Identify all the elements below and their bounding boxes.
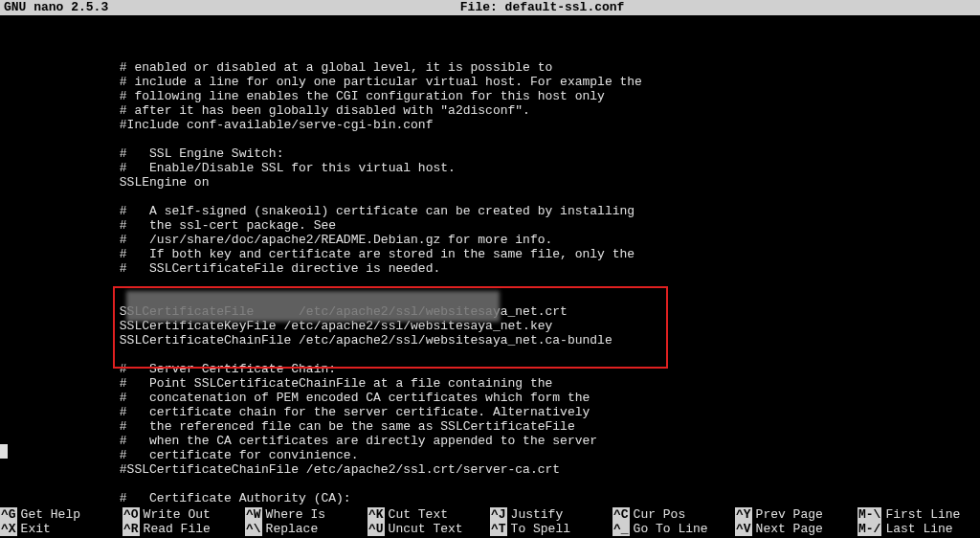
code-line[interactable] (0, 132, 980, 146)
code-line[interactable]: # certificate chain for the server certi… (0, 405, 980, 419)
shortcut-item[interactable]: ^XExit (0, 522, 122, 536)
shortcut-label: Read File (144, 522, 211, 536)
code-line[interactable]: # /usr/share/doc/apache2/README.Debian.g… (0, 233, 980, 247)
shortcut-key: ^R (122, 522, 140, 536)
code-line[interactable]: # after it has been globally disabled wi… (0, 103, 980, 118)
shortcut-item[interactable]: ^CCur Pos (612, 507, 735, 522)
shortcut-key: ^W (245, 507, 262, 522)
shortcut-item[interactable]: ^RRead File (122, 522, 245, 536)
code-line[interactable]: SSLCertificateChainFile /etc/apache2/ssl… (0, 333, 980, 347)
code-line[interactable]: # concatenation of PEM encoded CA certif… (0, 391, 980, 405)
shortcut-item[interactable]: M-/Last Line (858, 522, 980, 536)
shortcut-label: To Spell (511, 522, 570, 536)
code-line[interactable]: #Include conf-available/serve-cgi-bin.co… (0, 118, 980, 132)
shortcut-item[interactable]: ^VNext Page (735, 522, 858, 536)
shortcut-key: ^K (368, 507, 385, 522)
shortcut-label: Replace (266, 522, 319, 536)
shortcut-item[interactable]: ^\Replace (245, 522, 368, 536)
shortcut-key: ^_ (612, 522, 630, 536)
shortcut-label: Cut Text (389, 507, 448, 522)
shortcut-label: Justify (511, 507, 564, 522)
shortcut-item[interactable]: ^UUncut Text (368, 522, 490, 536)
code-line[interactable]: # the ssl-cert package. See (0, 218, 980, 233)
shortcut-label: Cur Pos (634, 507, 686, 522)
code-line[interactable]: # SSLCertificateFile directive is needed… (0, 261, 980, 276)
shortcut-item[interactable]: ^_Go To Line (612, 522, 735, 536)
editor-content[interactable]: # enabled or disabled at a global level,… (0, 15, 980, 538)
code-line[interactable] (0, 276, 980, 290)
code-line[interactable]: # A self-signed (snakeoil) certificate c… (0, 204, 980, 218)
shortcut-key: ^V (735, 522, 752, 536)
shortcut-label: Where Is (266, 507, 325, 522)
shortcut-label: Uncut Text (389, 522, 463, 536)
shortcut-key: M-/ (858, 522, 881, 536)
shortcut-label: Get Help (21, 507, 80, 522)
shortcut-label: Prev Page (756, 507, 823, 522)
shortcut-item[interactable]: ^KCut Text (368, 507, 490, 522)
code-line[interactable]: #SSLCertificateChainFile /etc/apache2/ss… (0, 462, 980, 477)
shortcut-item[interactable]: ^YPrev Page (735, 507, 858, 522)
code-line[interactable]: # following line enables the CGI configu… (0, 89, 980, 103)
shortcut-item[interactable]: ^TTo Spell (490, 522, 612, 536)
shortcut-label: Exit (21, 522, 51, 536)
shortcut-key: ^O (122, 507, 140, 522)
editor-header: GNU nano 2.5.3 File: default-ssl.conf (0, 0, 980, 15)
shortcut-item[interactable]: ^GGet Help (0, 507, 122, 522)
shortcut-label: First Line (885, 507, 960, 522)
file-name: File: default-ssl.conf (108, 0, 976, 15)
code-line[interactable]: # Enable/Disable SSL for this virtual ho… (0, 161, 980, 175)
redacted-region (126, 291, 500, 322)
shortcut-label: Go To Line (634, 522, 708, 536)
shortcut-key: ^J (490, 507, 507, 522)
code-line[interactable]: # Certificate Authority (CA): (0, 491, 980, 505)
shortcut-bar: ^GGet Help^OWrite Out^WWhere Is^KCut Tex… (0, 507, 980, 538)
code-line[interactable] (0, 347, 980, 362)
cursor-position (0, 444, 8, 459)
shortcut-key: M-\ (858, 507, 881, 522)
shortcut-item[interactable]: ^JJustify (490, 507, 612, 522)
shortcut-label: Last Line (885, 522, 952, 536)
code-line[interactable] (0, 477, 980, 491)
shortcut-key: ^C (612, 507, 630, 522)
code-line[interactable]: # include a line for only one particular… (0, 75, 980, 89)
code-line[interactable]: # certificate for convinience. (0, 448, 980, 462)
shortcut-key: ^Y (735, 507, 752, 522)
shortcut-label: Write Out (144, 507, 211, 522)
shortcut-item[interactable]: ^WWhere Is (245, 507, 368, 522)
shortcut-key: ^\ (245, 522, 262, 536)
code-line[interactable] (0, 190, 980, 204)
shortcut-item[interactable]: M-\First Line (858, 507, 980, 522)
shortcut-key: ^U (368, 522, 385, 536)
code-line[interactable]: # when the CA certificates are directly … (0, 434, 980, 448)
code-line[interactable]: # Point SSLCertificateChainFile at a fil… (0, 376, 980, 391)
app-name: GNU nano 2.5.3 (4, 0, 108, 15)
shortcut-label: Next Page (756, 522, 823, 536)
code-line[interactable]: # Server Certificate Chain: (0, 362, 980, 376)
shortcut-item[interactable]: ^OWrite Out (122, 507, 245, 522)
code-line[interactable]: # If both key and certificate are stored… (0, 247, 980, 261)
shortcut-key: ^G (0, 507, 17, 522)
shortcut-key: ^X (0, 522, 17, 536)
code-line[interactable]: # the referenced file can be the same as… (0, 419, 980, 434)
code-line[interactable]: # enabled or disabled at a global level,… (0, 60, 980, 75)
shortcut-key: ^T (490, 522, 507, 536)
code-line[interactable]: # SSL Engine Switch: (0, 146, 980, 161)
code-line[interactable] (0, 46, 980, 60)
code-line[interactable]: SSLEngine on (0, 175, 980, 190)
